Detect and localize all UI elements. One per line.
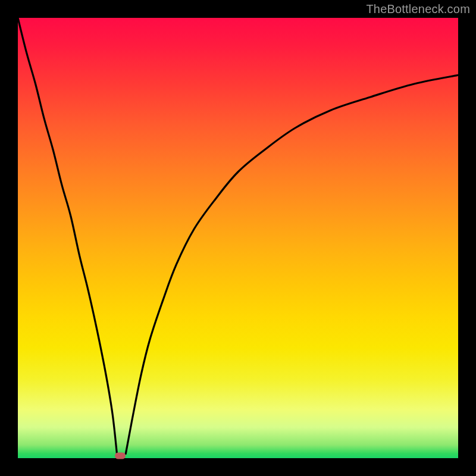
curve-right-branch [126, 75, 458, 453]
chart-frame: TheBottleneck.com [0, 0, 476, 476]
plot-area [18, 18, 458, 458]
bottleneck-marker [115, 452, 126, 459]
curve-left-branch [18, 18, 117, 454]
bottleneck-curve [18, 18, 458, 458]
watermark-text: TheBottleneck.com [366, 2, 470, 16]
